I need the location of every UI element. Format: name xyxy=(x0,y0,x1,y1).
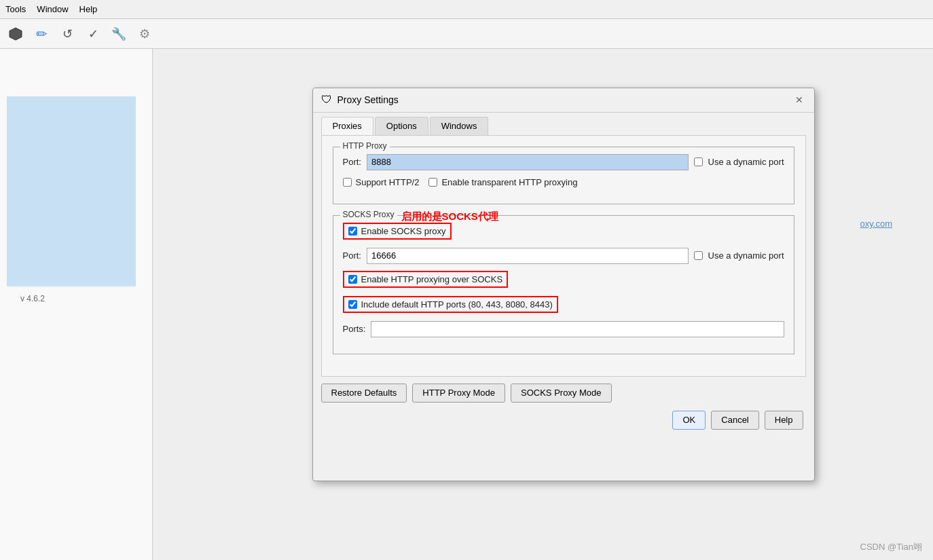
version-label: v 4.6.2 xyxy=(20,294,45,303)
http-proxy-label: HTTP Proxy xyxy=(340,141,390,151)
http-port-row: Port: Use a dynamic port xyxy=(343,154,784,170)
content-area: oxy.com 🛡 Proxy Settings ✕ Proxies Optio… xyxy=(153,49,933,560)
action-buttons-row: Restore Defaults HTTP Proxy Mode SOCKS P… xyxy=(313,377,814,405)
tools-icon[interactable]: 🔧 xyxy=(109,24,129,44)
http-support-row: Support HTTP/2 Enable transparent HTTP p… xyxy=(343,177,784,187)
transparent-proxy-label: Enable transparent HTTP proxying xyxy=(441,177,577,187)
dialog-icon: 🛡 xyxy=(321,94,332,106)
enable-socks-outline: Enable SOCKS proxy xyxy=(343,223,452,240)
sidebar: v 4.6.2 xyxy=(0,49,153,560)
tab-windows[interactable]: Windows xyxy=(430,117,489,135)
socks-proxy-mode-button[interactable]: SOCKS Proxy Mode xyxy=(511,384,612,403)
http-over-socks-label: Enable HTTP proxying over SOCKS xyxy=(361,274,503,284)
dialog-title: Proxy Settings xyxy=(337,94,792,105)
help-button[interactable]: Help xyxy=(765,411,803,430)
pencil-icon[interactable]: ✏ xyxy=(31,24,52,44)
dialog-backdrop: 🛡 Proxy Settings ✕ Proxies Options Windo… xyxy=(153,49,933,560)
checkmark-icon[interactable]: ✓ xyxy=(83,24,103,44)
support-http2-checkbox[interactable] xyxy=(343,178,352,187)
proxy-settings-dialog: 🛡 Proxy Settings ✕ Proxies Options Windo… xyxy=(312,88,815,481)
menu-help[interactable]: Help xyxy=(79,4,98,14)
transparent-proxy-checkbox[interactable] xyxy=(428,178,437,187)
socks-ports-label: Ports: xyxy=(343,324,366,334)
dialog-close-button[interactable]: ✕ xyxy=(792,93,806,107)
dialog-titlebar: 🛡 Proxy Settings ✕ xyxy=(313,88,814,113)
http-over-socks-outline: Enable HTTP proxying over SOCKS xyxy=(343,271,509,288)
ok-cancel-row: OK Cancel Help xyxy=(313,405,814,439)
restore-defaults-button[interactable]: Restore Defaults xyxy=(321,384,407,403)
http-port-label: Port: xyxy=(343,157,361,167)
support-http2-label: Support HTTP/2 xyxy=(356,177,420,187)
socks-dynamic-port-checkbox[interactable] xyxy=(694,251,703,260)
enable-socks-row: Enable SOCKS proxy xyxy=(343,223,784,240)
http-over-socks-row: Enable HTTP proxying over SOCKS xyxy=(343,271,784,288)
settings-icon[interactable]: ⚙ xyxy=(134,24,155,44)
tab-proxies[interactable]: Proxies xyxy=(321,117,373,135)
http-dynamic-port-label: Use a dynamic port xyxy=(708,157,784,167)
sidebar-panel: v 4.6.2 xyxy=(7,96,136,286)
socks-proxy-group: SOCKS Proxy 启用的是SOCKS代理 Enable SOCKS pro… xyxy=(333,215,794,354)
socks-ports-row: Ports: xyxy=(343,321,784,337)
socks-annotation: 启用的是SOCKS代理 xyxy=(401,210,498,223)
socks-port-label: Port: xyxy=(343,250,361,261)
ok-button[interactable]: OK xyxy=(672,411,706,430)
socks-port-row: Port: Use a dynamic port xyxy=(343,248,784,264)
main-area: v 4.6.2 oxy.com 🛡 Proxy Settings ✕ Proxi… xyxy=(0,49,933,560)
tabs-bar: Proxies Options Windows xyxy=(313,113,814,135)
refresh-icon[interactable]: ↺ xyxy=(57,24,77,44)
dialog-body: HTTP Proxy Port: Use a dynamic port Supp… xyxy=(321,135,806,377)
hexagon-icon[interactable] xyxy=(5,24,26,44)
http-dynamic-port-checkbox[interactable] xyxy=(694,157,703,166)
socks-dynamic-port-label: Use a dynamic port xyxy=(708,250,784,261)
http-over-socks-checkbox[interactable] xyxy=(348,275,357,284)
menu-bar: Tools Window Help xyxy=(0,0,933,19)
watermark: CSDN @Tian翊 xyxy=(860,541,922,553)
http-proxy-group: HTTP Proxy Port: Use a dynamic port Supp… xyxy=(333,147,794,204)
include-ports-checkbox[interactable] xyxy=(348,300,357,309)
svg-marker-0 xyxy=(10,28,22,40)
http-proxy-mode-button[interactable]: HTTP Proxy Mode xyxy=(412,384,505,403)
menu-tools[interactable]: Tools xyxy=(5,4,26,14)
include-ports-label: Include default HTTP ports (80, 443, 808… xyxy=(361,299,553,310)
http-port-input[interactable] xyxy=(367,154,689,170)
menu-window[interactable]: Window xyxy=(37,4,68,14)
enable-socks-checkbox[interactable] xyxy=(348,227,357,236)
socks-port-input[interactable] xyxy=(367,248,689,264)
include-ports-row: Include default HTTP ports (80, 443, 808… xyxy=(343,296,784,313)
toolbar: ✏ ↺ ✓ 🔧 ⚙ xyxy=(0,19,933,49)
tab-options[interactable]: Options xyxy=(375,117,428,135)
include-ports-outline: Include default HTTP ports (80, 443, 808… xyxy=(343,296,558,313)
cancel-button[interactable]: Cancel xyxy=(711,411,758,430)
enable-socks-label: Enable SOCKS proxy xyxy=(361,226,446,236)
socks-proxy-label: SOCKS Proxy xyxy=(340,210,397,219)
socks-ports-input[interactable] xyxy=(371,321,784,337)
